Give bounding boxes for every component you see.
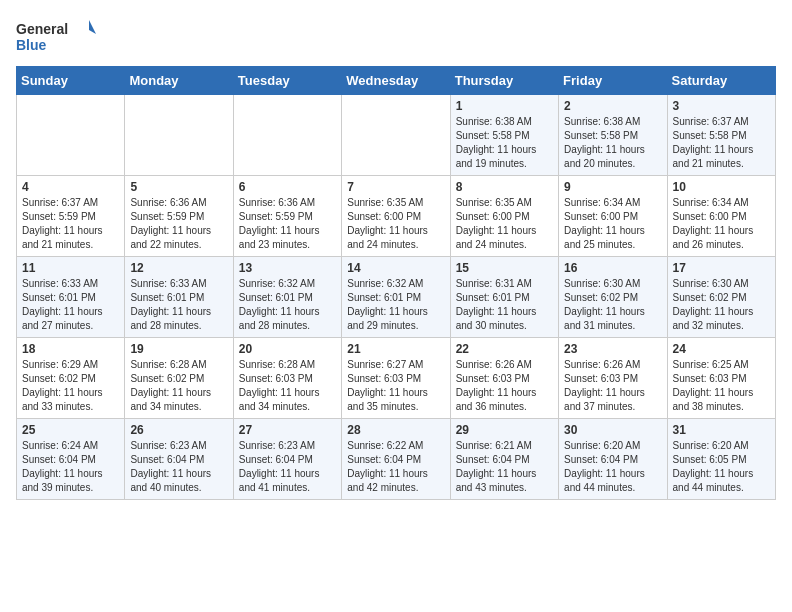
day-number: 18 bbox=[22, 342, 119, 356]
header-cell-monday: Monday bbox=[125, 67, 233, 95]
header: General Blue bbox=[16, 16, 776, 58]
header-cell-tuesday: Tuesday bbox=[233, 67, 341, 95]
svg-marker-2 bbox=[89, 20, 96, 34]
day-number: 26 bbox=[130, 423, 227, 437]
day-number: 23 bbox=[564, 342, 661, 356]
calendar-cell: 23Sunrise: 6:26 AM Sunset: 6:03 PM Dayli… bbox=[559, 338, 667, 419]
day-number: 14 bbox=[347, 261, 444, 275]
cell-info: Sunrise: 6:35 AM Sunset: 6:00 PM Dayligh… bbox=[347, 196, 444, 252]
day-number: 8 bbox=[456, 180, 553, 194]
logo: General Blue bbox=[16, 16, 96, 58]
week-row-4: 25Sunrise: 6:24 AM Sunset: 6:04 PM Dayli… bbox=[17, 419, 776, 500]
day-number: 15 bbox=[456, 261, 553, 275]
calendar-cell: 17Sunrise: 6:30 AM Sunset: 6:02 PM Dayli… bbox=[667, 257, 775, 338]
cell-info: Sunrise: 6:30 AM Sunset: 6:02 PM Dayligh… bbox=[673, 277, 770, 333]
day-number: 22 bbox=[456, 342, 553, 356]
day-number: 11 bbox=[22, 261, 119, 275]
day-number: 29 bbox=[456, 423, 553, 437]
day-number: 19 bbox=[130, 342, 227, 356]
header-cell-thursday: Thursday bbox=[450, 67, 558, 95]
calendar-cell: 13Sunrise: 6:32 AM Sunset: 6:01 PM Dayli… bbox=[233, 257, 341, 338]
week-row-0: 1Sunrise: 6:38 AM Sunset: 5:58 PM Daylig… bbox=[17, 95, 776, 176]
day-number: 13 bbox=[239, 261, 336, 275]
calendar-cell: 29Sunrise: 6:21 AM Sunset: 6:04 PM Dayli… bbox=[450, 419, 558, 500]
day-number: 27 bbox=[239, 423, 336, 437]
cell-info: Sunrise: 6:32 AM Sunset: 6:01 PM Dayligh… bbox=[347, 277, 444, 333]
calendar-cell: 1Sunrise: 6:38 AM Sunset: 5:58 PM Daylig… bbox=[450, 95, 558, 176]
calendar-cell bbox=[233, 95, 341, 176]
cell-info: Sunrise: 6:24 AM Sunset: 6:04 PM Dayligh… bbox=[22, 439, 119, 495]
cell-info: Sunrise: 6:23 AM Sunset: 6:04 PM Dayligh… bbox=[130, 439, 227, 495]
calendar-cell: 30Sunrise: 6:20 AM Sunset: 6:04 PM Dayli… bbox=[559, 419, 667, 500]
calendar-cell: 14Sunrise: 6:32 AM Sunset: 6:01 PM Dayli… bbox=[342, 257, 450, 338]
svg-text:Blue: Blue bbox=[16, 37, 47, 53]
calendar-cell: 11Sunrise: 6:33 AM Sunset: 6:01 PM Dayli… bbox=[17, 257, 125, 338]
calendar-cell: 19Sunrise: 6:28 AM Sunset: 6:02 PM Dayli… bbox=[125, 338, 233, 419]
week-row-2: 11Sunrise: 6:33 AM Sunset: 6:01 PM Dayli… bbox=[17, 257, 776, 338]
cell-info: Sunrise: 6:31 AM Sunset: 6:01 PM Dayligh… bbox=[456, 277, 553, 333]
day-number: 7 bbox=[347, 180, 444, 194]
day-number: 20 bbox=[239, 342, 336, 356]
calendar-cell: 16Sunrise: 6:30 AM Sunset: 6:02 PM Dayli… bbox=[559, 257, 667, 338]
day-number: 3 bbox=[673, 99, 770, 113]
day-number: 30 bbox=[564, 423, 661, 437]
day-number: 2 bbox=[564, 99, 661, 113]
header-cell-friday: Friday bbox=[559, 67, 667, 95]
header-cell-sunday: Sunday bbox=[17, 67, 125, 95]
calendar-cell: 7Sunrise: 6:35 AM Sunset: 6:00 PM Daylig… bbox=[342, 176, 450, 257]
day-number: 24 bbox=[673, 342, 770, 356]
calendar-cell: 15Sunrise: 6:31 AM Sunset: 6:01 PM Dayli… bbox=[450, 257, 558, 338]
calendar-cell: 20Sunrise: 6:28 AM Sunset: 6:03 PM Dayli… bbox=[233, 338, 341, 419]
day-number: 17 bbox=[673, 261, 770, 275]
calendar-cell: 22Sunrise: 6:26 AM Sunset: 6:03 PM Dayli… bbox=[450, 338, 558, 419]
calendar-cell bbox=[342, 95, 450, 176]
cell-info: Sunrise: 6:37 AM Sunset: 5:59 PM Dayligh… bbox=[22, 196, 119, 252]
cell-info: Sunrise: 6:20 AM Sunset: 6:05 PM Dayligh… bbox=[673, 439, 770, 495]
day-number: 5 bbox=[130, 180, 227, 194]
day-number: 6 bbox=[239, 180, 336, 194]
calendar-cell: 26Sunrise: 6:23 AM Sunset: 6:04 PM Dayli… bbox=[125, 419, 233, 500]
calendar-cell: 5Sunrise: 6:36 AM Sunset: 5:59 PM Daylig… bbox=[125, 176, 233, 257]
logo-svg: General Blue bbox=[16, 16, 96, 58]
calendar-table: SundayMondayTuesdayWednesdayThursdayFrid… bbox=[16, 66, 776, 500]
cell-info: Sunrise: 6:35 AM Sunset: 6:00 PM Dayligh… bbox=[456, 196, 553, 252]
cell-info: Sunrise: 6:30 AM Sunset: 6:02 PM Dayligh… bbox=[564, 277, 661, 333]
cell-info: Sunrise: 6:32 AM Sunset: 6:01 PM Dayligh… bbox=[239, 277, 336, 333]
calendar-cell: 25Sunrise: 6:24 AM Sunset: 6:04 PM Dayli… bbox=[17, 419, 125, 500]
cell-info: Sunrise: 6:25 AM Sunset: 6:03 PM Dayligh… bbox=[673, 358, 770, 414]
calendar-cell: 28Sunrise: 6:22 AM Sunset: 6:04 PM Dayli… bbox=[342, 419, 450, 500]
calendar-cell bbox=[125, 95, 233, 176]
calendar-cell: 21Sunrise: 6:27 AM Sunset: 6:03 PM Dayli… bbox=[342, 338, 450, 419]
cell-info: Sunrise: 6:26 AM Sunset: 6:03 PM Dayligh… bbox=[456, 358, 553, 414]
header-cell-saturday: Saturday bbox=[667, 67, 775, 95]
cell-info: Sunrise: 6:28 AM Sunset: 6:03 PM Dayligh… bbox=[239, 358, 336, 414]
calendar-cell: 9Sunrise: 6:34 AM Sunset: 6:00 PM Daylig… bbox=[559, 176, 667, 257]
calendar-cell: 4Sunrise: 6:37 AM Sunset: 5:59 PM Daylig… bbox=[17, 176, 125, 257]
day-number: 10 bbox=[673, 180, 770, 194]
cell-info: Sunrise: 6:28 AM Sunset: 6:02 PM Dayligh… bbox=[130, 358, 227, 414]
calendar-cell: 31Sunrise: 6:20 AM Sunset: 6:05 PM Dayli… bbox=[667, 419, 775, 500]
week-row-3: 18Sunrise: 6:29 AM Sunset: 6:02 PM Dayli… bbox=[17, 338, 776, 419]
cell-info: Sunrise: 6:37 AM Sunset: 5:58 PM Dayligh… bbox=[673, 115, 770, 171]
cell-info: Sunrise: 6:36 AM Sunset: 5:59 PM Dayligh… bbox=[239, 196, 336, 252]
calendar-cell: 2Sunrise: 6:38 AM Sunset: 5:58 PM Daylig… bbox=[559, 95, 667, 176]
cell-info: Sunrise: 6:22 AM Sunset: 6:04 PM Dayligh… bbox=[347, 439, 444, 495]
header-row: SundayMondayTuesdayWednesdayThursdayFrid… bbox=[17, 67, 776, 95]
svg-text:General: General bbox=[16, 21, 68, 37]
calendar-cell: 24Sunrise: 6:25 AM Sunset: 6:03 PM Dayli… bbox=[667, 338, 775, 419]
calendar-cell: 12Sunrise: 6:33 AM Sunset: 6:01 PM Dayli… bbox=[125, 257, 233, 338]
day-number: 28 bbox=[347, 423, 444, 437]
day-number: 1 bbox=[456, 99, 553, 113]
cell-info: Sunrise: 6:34 AM Sunset: 6:00 PM Dayligh… bbox=[673, 196, 770, 252]
day-number: 21 bbox=[347, 342, 444, 356]
cell-info: Sunrise: 6:34 AM Sunset: 6:00 PM Dayligh… bbox=[564, 196, 661, 252]
cell-info: Sunrise: 6:33 AM Sunset: 6:01 PM Dayligh… bbox=[130, 277, 227, 333]
cell-info: Sunrise: 6:23 AM Sunset: 6:04 PM Dayligh… bbox=[239, 439, 336, 495]
cell-info: Sunrise: 6:33 AM Sunset: 6:01 PM Dayligh… bbox=[22, 277, 119, 333]
day-number: 12 bbox=[130, 261, 227, 275]
day-number: 31 bbox=[673, 423, 770, 437]
day-number: 25 bbox=[22, 423, 119, 437]
calendar-cell: 8Sunrise: 6:35 AM Sunset: 6:00 PM Daylig… bbox=[450, 176, 558, 257]
day-number: 9 bbox=[564, 180, 661, 194]
cell-info: Sunrise: 6:27 AM Sunset: 6:03 PM Dayligh… bbox=[347, 358, 444, 414]
